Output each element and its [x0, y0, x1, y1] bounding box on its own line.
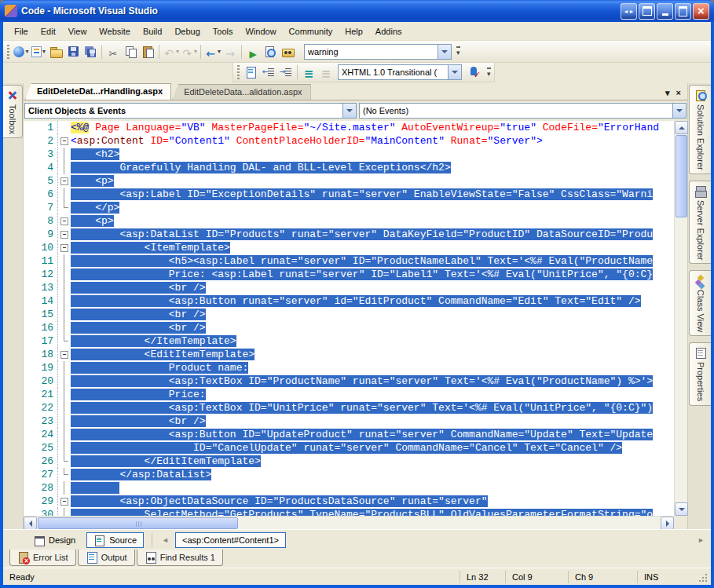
fold-collapse-icon[interactable]: [58, 134, 71, 148]
code-line[interactable]: 10 <ItemTemplate>: [24, 241, 674, 254]
events-dropdown-icon[interactable]: [672, 104, 686, 118]
new-website-button[interactable]: ▾: [13, 43, 30, 60]
sidebar-tab-server-explorer[interactable]: Server Explorer: [689, 181, 711, 264]
code-line[interactable]: 23 <br />: [24, 415, 674, 428]
code-line[interactable]: 30 SelectMethod="GetProducts" TypeName="…: [24, 508, 674, 516]
paste-button[interactable]: [139, 43, 156, 60]
code-line[interactable]: 28: [24, 481, 674, 495]
navigate-backward-button[interactable]: ▾: [203, 43, 222, 60]
save-all-button[interactable]: [82, 43, 99, 60]
code-line[interactable]: 18 <EditItemTemplate>: [24, 348, 674, 361]
code-line[interactable]: 20 <asp:TextBox ID="ProductName" runat="…: [24, 374, 674, 388]
fold-collapse-icon[interactable]: [58, 495, 71, 508]
find-in-files-button[interactable]: [279, 43, 296, 60]
toolbar-grip[interactable]: [7, 45, 9, 59]
code-line[interactable]: 21 Price:: [24, 388, 674, 401]
code-area[interactable]: 1<%@ Page Language="VB" MasterPageFile="…: [24, 121, 674, 516]
code-line[interactable]: 15 <br />: [24, 308, 674, 321]
menu-item-addins[interactable]: Addins: [369, 24, 408, 38]
code-line[interactable]: 29 <asp:ObjectDataSource ID="ProductsDat…: [24, 495, 674, 508]
code-line[interactable]: 4 Gracefully Handling DAL- and BLL-Level…: [24, 161, 674, 174]
sidebar-tab-properties[interactable]: Properties: [689, 342, 711, 405]
dropdown-caret-icon[interactable]: ▾: [194, 48, 197, 55]
scroll-down-icon[interactable]: [675, 502, 688, 516]
find-combobox[interactable]: warning: [304, 44, 452, 60]
doctype-combobox-dropdown-icon[interactable]: [448, 65, 461, 79]
document-tab[interactable]: EditDeleteDat...rHandling.aspx: [25, 83, 171, 100]
toolbar-options-icon[interactable]: ▾: [456, 46, 460, 57]
close-document-icon[interactable]: ×: [676, 88, 681, 97]
document-tab[interactable]: EditDeleteData...alidation.aspx: [172, 84, 310, 100]
dropdown-caret-icon[interactable]: ▾: [218, 48, 221, 55]
menu-item-edit[interactable]: Edit: [35, 24, 62, 38]
code-line[interactable]: 22 <asp:TextBox ID="UnitPrice" runat="se…: [24, 401, 674, 415]
decrease-indent-button[interactable]: [260, 64, 277, 81]
fold-collapse-icon[interactable]: [58, 174, 71, 188]
horizontal-scrollbar[interactable]: [24, 516, 674, 529]
fold-collapse-icon[interactable]: [58, 214, 71, 228]
menu-item-file[interactable]: File: [8, 24, 35, 38]
view-in-browser-button[interactable]: [262, 43, 279, 60]
add-new-item-button[interactable]: ▾: [30, 43, 47, 60]
toolbox-tab[interactable]: Toolbox: [3, 85, 23, 138]
menu-item-help[interactable]: Help: [339, 24, 369, 38]
panel-tab-error-list[interactable]: Error List: [9, 550, 76, 566]
sidebar-tab-solution-explorer[interactable]: Solution Explorer: [689, 85, 711, 174]
panel-tab-output[interactable]: Output: [78, 550, 135, 566]
menu-item-community[interactable]: Community: [283, 24, 339, 38]
object-dropdown-icon[interactable]: [342, 104, 356, 118]
comment-selection-button[interactable]: [300, 64, 317, 81]
title-bar[interactable]: Code - Microsoft Visual Studio: [0, 0, 714, 22]
fold-collapse-icon[interactable]: [58, 348, 71, 361]
toolbar-grip-2[interactable]: [237, 65, 240, 79]
increase-indent-button[interactable]: [277, 64, 295, 81]
check-page-accessibility-button[interactable]: [465, 64, 482, 81]
code-line[interactable]: 17 </ItemTemplate>: [24, 334, 674, 348]
resize-grip[interactable]: [697, 572, 708, 583]
code-line[interactable]: 6 <asp:Label ID="ExceptionDetails" runat…: [24, 188, 674, 201]
maximize-button[interactable]: [675, 3, 691, 20]
code-line[interactable]: 11 <h5><asp:Label runat="server" ID="Pro…: [24, 254, 674, 268]
code-line[interactable]: 9 <asp:DataList ID="Products" runat="ser…: [24, 228, 674, 241]
code-line[interactable]: 14 <asp:Button runat="server" id="EditPr…: [24, 294, 674, 308]
code-line[interactable]: 25 ID="CancelUpdate" runat="server" Comm…: [24, 441, 674, 455]
cut-button[interactable]: [104, 43, 122, 60]
uncomment-selection-button[interactable]: [317, 64, 335, 81]
code-line[interactable]: 2<asp:Content ID="Content1" ContentPlace…: [24, 134, 674, 148]
scroll-right-icon[interactable]: [661, 517, 674, 530]
code-line[interactable]: 3 <h2>: [24, 148, 674, 161]
code-line[interactable]: 1<%@ Page Language="VB" MasterPageFile="…: [24, 121, 674, 134]
horizontal-scroll-thumb[interactable]: [38, 517, 238, 529]
menu-item-website[interactable]: Website: [93, 24, 137, 38]
doctype-combobox[interactable]: XHTML 1.0 Transitional (: [338, 64, 462, 80]
code-line[interactable]: 7 </p>: [24, 201, 674, 214]
menu-item-tools[interactable]: Tools: [207, 24, 240, 38]
menu-item-window[interactable]: Window: [239, 24, 282, 38]
code-line[interactable]: 8 <p>: [24, 214, 674, 228]
scroll-left-icon[interactable]: [24, 517, 37, 530]
window-popout-button[interactable]: [639, 3, 655, 20]
menu-item-debug[interactable]: Debug: [168, 24, 206, 38]
dropdown-caret-icon[interactable]: ▾: [25, 48, 28, 55]
code-line[interactable]: 24 <asp:Button ID="UpdateProduct" runat=…: [24, 428, 674, 441]
object-dropdown[interactable]: Client Objects & Events: [24, 103, 357, 119]
code-line[interactable]: 19 Product name:: [24, 361, 674, 374]
vertical-scroll-thumb[interactable]: [676, 135, 687, 217]
code-line[interactable]: 26 </EditItemTemplate>: [24, 455, 674, 468]
source-view-button[interactable]: Source: [86, 532, 144, 548]
open-file-button[interactable]: [47, 43, 64, 60]
scroll-up-icon[interactable]: [675, 121, 688, 134]
undo-button[interactable]: ▾: [162, 43, 180, 60]
menu-item-build[interactable]: Build: [137, 24, 168, 38]
redo-button[interactable]: ▾: [180, 43, 198, 60]
menu-item-view[interactable]: View: [62, 24, 93, 38]
events-dropdown[interactable]: (No Events): [359, 103, 687, 119]
format-document-button[interactable]: [243, 64, 260, 81]
tag-navigator-item[interactable]: <asp:Content#Content1>: [175, 532, 286, 548]
code-line[interactable]: 12 Price: <asp:Label runat="server" ID="…: [24, 268, 674, 281]
document-list-dropdown-icon[interactable]: ▾: [665, 88, 670, 97]
design-view-button[interactable]: Design: [27, 532, 82, 548]
navigate-forward-button[interactable]: [222, 43, 239, 60]
panel-tab-find-results[interactable]: Find Results 1: [137, 550, 223, 566]
start-debug-button[interactable]: [244, 43, 262, 60]
